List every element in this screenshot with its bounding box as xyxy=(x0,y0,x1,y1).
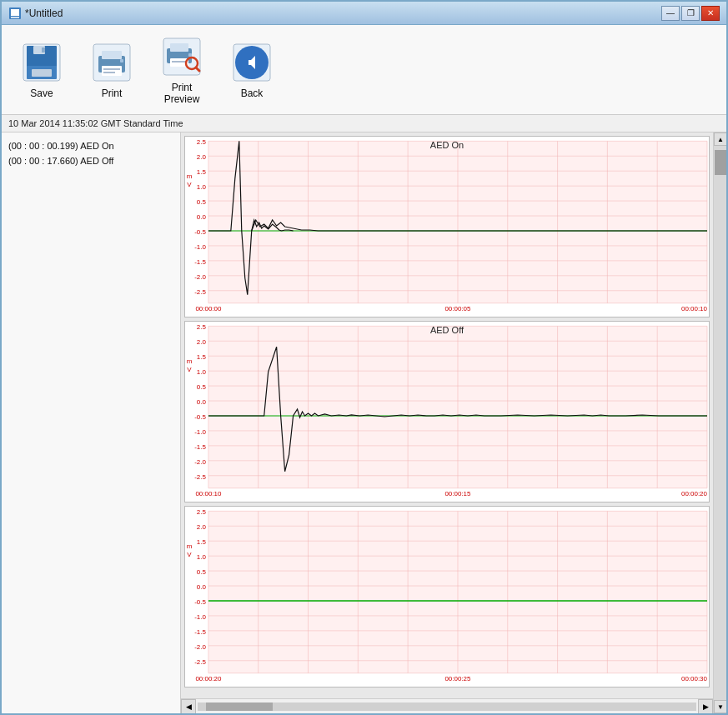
chart-aed-off: AED Off xyxy=(184,321,710,502)
app-icon xyxy=(8,7,22,20)
vscroll-thumb[interactable] xyxy=(715,150,726,175)
restore-button[interactable]: ❐ xyxy=(681,6,700,21)
svg-text:-2.0: -2.0 xyxy=(194,273,206,281)
svg-text:m: m xyxy=(187,172,193,180)
chart2-svg: 2.5 2.0 1.5 1.0 0.5 0.0 -0.5 -1.0 -1.5 -… xyxy=(185,322,709,497)
events-panel: (00 : 00 : 00.199) AED On (00 : 00 : 17.… xyxy=(2,132,181,713)
svg-text:-1.0: -1.0 xyxy=(194,428,206,436)
svg-text:-2.0: -2.0 xyxy=(194,643,206,651)
svg-text:-1.5: -1.5 xyxy=(194,258,206,266)
svg-text:-2.0: -2.0 xyxy=(194,458,206,466)
svg-rect-20 xyxy=(172,61,187,62)
save-icon xyxy=(20,41,63,84)
toolbar: Save Print xyxy=(2,25,726,115)
timestamp-text: 10 Mar 2014 11:35:02 GMT Standard Time xyxy=(8,118,183,128)
chart3-svg: 2.5 2.0 1.5 1.0 0.5 0.0 -0.5 -1.0 -1.5 -… xyxy=(185,507,709,682)
svg-rect-1 xyxy=(11,9,19,16)
svg-text:-2.5: -2.5 xyxy=(194,288,206,296)
charts-with-vscroll: AED On xyxy=(181,132,726,713)
svg-text:1.0: 1.0 xyxy=(197,553,207,561)
svg-rect-12 xyxy=(102,66,122,76)
svg-rect-15 xyxy=(120,59,123,62)
scroll-left-button[interactable]: ◀ xyxy=(181,699,196,714)
svg-rect-13 xyxy=(103,68,120,70)
back-label: Back xyxy=(241,88,264,99)
scroll-track[interactable] xyxy=(198,702,696,711)
svg-rect-23 xyxy=(188,53,192,57)
chart-empty: 2.5 2.0 1.5 1.0 0.5 0.0 -0.5 -1.0 -1.5 -… xyxy=(184,506,710,688)
back-icon xyxy=(230,41,274,84)
back-button[interactable]: Back xyxy=(218,30,285,110)
scroll-down-button[interactable]: ▼ xyxy=(714,700,726,713)
print-preview-label: Print Preview xyxy=(153,82,211,105)
svg-rect-7 xyxy=(32,69,52,77)
svg-text:V: V xyxy=(187,366,192,373)
charts-and-vscroll: AED On xyxy=(181,132,713,713)
svg-text:00:00:10: 00:00:10 xyxy=(195,490,222,497)
svg-text:00:00:00: 00:00:00 xyxy=(195,305,222,312)
svg-text:-1.0: -1.0 xyxy=(194,613,206,621)
svg-text:1.0: 1.0 xyxy=(197,183,207,191)
svg-rect-18 xyxy=(170,43,188,52)
print-preview-button[interactable]: Print Preview xyxy=(148,30,215,110)
print-button[interactable]: Print xyxy=(78,30,145,110)
svg-text:-0.5: -0.5 xyxy=(194,598,206,606)
svg-text:2.5: 2.5 xyxy=(197,138,207,146)
chart2-title: AED Off xyxy=(430,325,464,335)
svg-text:V: V xyxy=(187,551,192,558)
svg-text:-2.5: -2.5 xyxy=(194,473,206,481)
close-button[interactable]: ✕ xyxy=(701,6,720,21)
svg-text:1.0: 1.0 xyxy=(197,368,207,376)
svg-text:0.0: 0.0 xyxy=(197,213,207,221)
svg-text:0.5: 0.5 xyxy=(197,198,207,206)
main-area: (00 : 00 : 00.199) AED On (00 : 00 : 17.… xyxy=(2,132,726,713)
svg-text:0.0: 0.0 xyxy=(197,583,207,591)
svg-text:00:00:10: 00:00:10 xyxy=(681,305,708,312)
svg-text:m: m xyxy=(187,542,193,550)
svg-rect-27 xyxy=(249,60,255,65)
svg-text:-2.5: -2.5 xyxy=(194,658,206,666)
window-title: *Untitled xyxy=(25,8,63,19)
svg-text:m: m xyxy=(187,358,193,365)
svg-text:V: V xyxy=(187,181,192,188)
horizontal-scrollbar[interactable]: ◀ ▶ xyxy=(181,698,713,713)
svg-text:-0.5: -0.5 xyxy=(194,228,206,236)
svg-text:00:00:30: 00:00:30 xyxy=(681,675,708,682)
chart1-title: AED On xyxy=(430,140,464,150)
charts-area[interactable]: AED On xyxy=(181,132,713,698)
svg-text:00:00:05: 00:00:05 xyxy=(444,305,471,312)
title-buttons: — ❐ ✕ xyxy=(661,6,720,21)
svg-text:-1.5: -1.5 xyxy=(194,443,206,451)
svg-text:1.5: 1.5 xyxy=(197,353,207,361)
svg-text:00:00:20: 00:00:20 xyxy=(195,675,222,682)
minimize-button[interactable]: — xyxy=(661,6,680,21)
scroll-right-button[interactable]: ▶ xyxy=(698,699,713,714)
print-icon xyxy=(90,41,133,84)
save-button[interactable]: Save xyxy=(8,30,75,110)
svg-text:00:00:15: 00:00:15 xyxy=(444,490,471,497)
title-bar: *Untitled — ❐ ✕ xyxy=(2,2,726,25)
svg-text:0.5: 0.5 xyxy=(197,568,207,576)
svg-text:2.5: 2.5 xyxy=(197,323,207,331)
svg-text:1.5: 1.5 xyxy=(197,168,207,176)
vertical-scrollbar[interactable]: ▲ ▼ xyxy=(713,132,726,713)
svg-text:2.0: 2.0 xyxy=(197,153,207,161)
svg-rect-11 xyxy=(102,51,122,59)
chart1-svg: 2.5 2.0 1.5 1.0 0.5 0.0 -0.5 -1.0 -1.5 -… xyxy=(185,137,709,312)
save-label: Save xyxy=(30,88,53,99)
svg-text:2.0: 2.0 xyxy=(197,523,207,531)
svg-text:0.0: 0.0 xyxy=(197,398,207,406)
svg-text:-1.5: -1.5 xyxy=(194,628,206,636)
print-label: Print xyxy=(102,88,123,99)
svg-text:2.5: 2.5 xyxy=(197,508,207,516)
chart-aed-on: AED On xyxy=(184,136,710,318)
svg-text:-1.0: -1.0 xyxy=(194,243,206,251)
scroll-thumb[interactable] xyxy=(206,702,273,711)
event-item-2: (00 : 00 : 17.660) AED Off xyxy=(8,154,173,169)
main-window: *Untitled — ❐ ✕ Save xyxy=(0,0,728,715)
svg-rect-8 xyxy=(42,48,45,52)
event-item-1: (00 : 00 : 00.199) AED On xyxy=(8,139,173,154)
vscroll-track[interactable] xyxy=(714,146,726,700)
svg-text:00:00:25: 00:00:25 xyxy=(444,675,471,682)
scroll-up-button[interactable]: ▲ xyxy=(714,132,726,146)
